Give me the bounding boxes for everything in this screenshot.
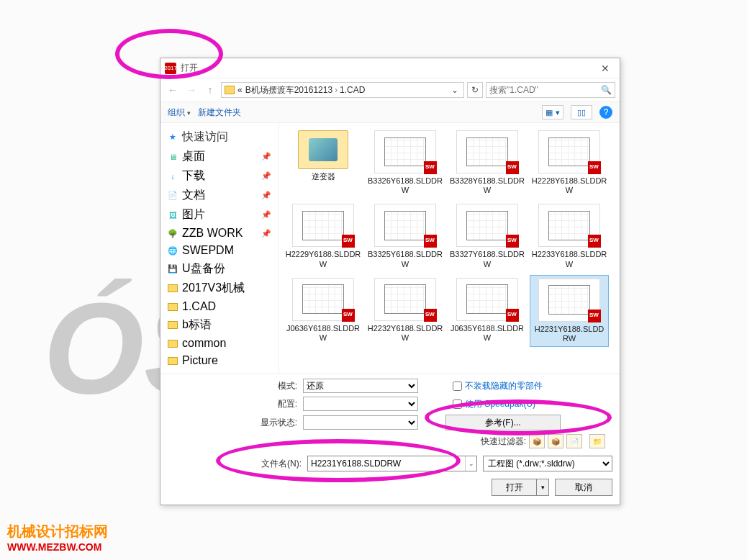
sidebar-item-label: 2017V3机械 — [182, 281, 245, 296]
drawing-thumbnail — [374, 130, 436, 173]
organize-button[interactable]: 组织 — [168, 107, 191, 119]
file-name-label: B3327Y6188.SLDDRW — [449, 250, 525, 268]
drawing-thumbnail — [456, 204, 518, 247]
dialog-title: 打开 — [181, 62, 595, 74]
file-name-label: H2232Y6188.SLDDRW — [367, 324, 443, 343]
sidebar-item[interactable]: 🖼图片📌 — [160, 205, 279, 225]
file-item[interactable]: B3327Y6188.SLDDRW — [448, 201, 527, 271]
sidebar-item[interactable]: 💾U盘备份 — [160, 259, 279, 279]
view-mode-button[interactable]: ▦ ▾ — [542, 105, 563, 119]
pic-icon: 🖼 — [168, 210, 178, 220]
pin-icon: 📌 — [261, 210, 271, 220]
refresh-button[interactable]: ↻ — [467, 82, 483, 98]
star-icon: ★ — [168, 132, 178, 143]
sidebar-item[interactable]: b标语 — [160, 315, 279, 335]
sidebar-item-label: 图片 — [182, 207, 205, 222]
pin-icon: 📌 — [261, 171, 271, 181]
sidebar-item[interactable]: 2017V3机械 — [160, 279, 279, 298]
file-item[interactable]: H2231Y6188.SLDDRW — [530, 275, 609, 347]
open-dialog: 2017 打开 ✕ ← → ↑ « B机场摆渡车20161213 › 1.CAD… — [160, 58, 620, 505]
state-select[interactable] — [303, 415, 418, 430]
toolbar: 组织 新建文件夹 ▦ ▾ ▯▯ ? — [160, 101, 620, 123]
sidebar-item[interactable]: 🖥桌面📌 — [160, 147, 279, 166]
file-item[interactable]: B3326Y6188.SLDDRW — [366, 127, 445, 198]
file-item[interactable]: H2228Y6188.SLDDRW — [530, 127, 609, 198]
filename-row: 文件名(N): ⌄ 工程图 (*.drw;*.slddrw) — [160, 451, 620, 476]
app-icon: 2017 — [165, 63, 176, 74]
sidebar-item[interactable]: common — [160, 335, 279, 352]
back-button[interactable]: ← — [165, 82, 181, 98]
filter-label: 快速过滤器: — [481, 435, 526, 448]
sidebar-item-label: Picture — [182, 354, 218, 367]
breadcrumb[interactable]: « B机场摆渡车20161213 › 1.CAD ⌄ — [221, 82, 464, 98]
file-item[interactable]: H2229Y6188.SLDDRW — [284, 201, 363, 271]
solidworks-badge-icon — [424, 309, 437, 322]
sidebar-item-label: ZZB WORK — [182, 227, 243, 240]
filter-top-icon[interactable]: 📁 — [589, 434, 605, 448]
sidebar-item[interactable]: Picture — [160, 352, 279, 369]
sidebar-item[interactable]: 📄文档📌 — [160, 186, 279, 205]
drawing-thumbnail — [292, 204, 354, 247]
file-item[interactable]: J0636Y6188.SLDDRW — [284, 275, 363, 347]
pin-icon: 📌 — [261, 229, 271, 238]
cancel-button[interactable]: 取消 — [555, 479, 612, 496]
sidebar: ★ 快速访问 🖥桌面📌↓下载📌📄文档📌🖼图片📌🌳ZZB WORK📌🌐SWEPDM… — [160, 123, 279, 374]
file-name-label: H2233Y6188.SLDDRW — [531, 250, 607, 268]
file-item[interactable]: H2232Y6188.SLDDRW — [366, 275, 445, 347]
solidworks-badge-icon — [588, 310, 601, 322]
chevron-down-icon[interactable]: ⌄ — [449, 85, 461, 95]
folder-icon — [168, 357, 178, 365]
open-button[interactable]: 打开▾ — [492, 479, 549, 496]
file-item[interactable]: 逆变器 — [284, 127, 363, 198]
sidebar-item[interactable]: 1.CAD — [160, 298, 279, 315]
pdm-icon: 🌐 — [168, 245, 178, 256]
filetype-select[interactable]: 工程图 (*.drw;*.slddrw) — [483, 456, 612, 471]
chevron-down-icon[interactable]: ⌄ — [465, 456, 476, 471]
preview-pane-button[interactable]: ▯▯ — [571, 105, 592, 119]
file-item[interactable]: H2233Y6188.SLDDRW — [530, 201, 609, 271]
close-icon[interactable]: ✕ — [595, 63, 615, 74]
search-icon[interactable]: 🔍 — [601, 85, 612, 95]
sidebar-item-label: 下载 — [182, 168, 205, 184]
search-input[interactable]: 🔍 — [486, 82, 615, 98]
state-label: 显示状态: — [254, 417, 297, 429]
sidebar-quick-access[interactable]: ★ 快速访问 — [160, 127, 279, 147]
filename-input[interactable]: ⌄ — [307, 456, 477, 471]
new-folder-button[interactable]: 新建文件夹 — [198, 107, 241, 119]
folder-icon — [168, 303, 178, 311]
drawing-thumbnail — [538, 279, 600, 322]
file-name-label: B3326Y6188.SLDDRW — [367, 176, 443, 195]
hidden-components-checkbox[interactable]: 不装载隐藏的零部件 — [453, 380, 543, 392]
config-select[interactable] — [303, 397, 418, 411]
file-item[interactable]: B3328Y6188.SLDDRW — [448, 127, 527, 198]
folder-icon — [225, 86, 235, 94]
filter-drw-icon[interactable]: 📄 — [566, 434, 582, 448]
watermark: 机械设计招标网 WWW.MEZBW.COM — [7, 522, 108, 553]
sidebar-item[interactable]: 🌳ZZB WORK📌 — [160, 225, 279, 242]
sidebar-item-label: b标语 — [182, 317, 212, 333]
usb-icon: 💾 — [168, 264, 178, 274]
navbar: ← → ↑ « B机场摆渡车20161213 › 1.CAD ⌄ ↻ 🔍 — [160, 78, 620, 101]
tree-icon: 🌳 — [168, 228, 178, 238]
pin-icon: 📌 — [261, 191, 271, 200]
sidebar-item[interactable]: 🌐SWEPDM — [160, 242, 279, 259]
filter-part-icon[interactable]: 📦 — [529, 434, 545, 448]
file-name-label: H2228Y6188.SLDDRW — [531, 176, 607, 195]
mode-select[interactable]: 还原 — [303, 379, 418, 393]
file-area[interactable]: 逆变器B3326Y6188.SLDDRWB3328Y6188.SLDDRWH22… — [279, 123, 620, 374]
file-name-label: H2231Y6188.SLDDRW — [532, 325, 607, 343]
sidebar-item[interactable]: ↓下载📌 — [160, 166, 279, 186]
folder-icon — [168, 321, 178, 329]
sidebar-item-label: common — [182, 337, 226, 350]
solidworks-badge-icon — [588, 161, 601, 174]
file-item[interactable]: J0635Y6188.SLDDRW — [448, 275, 527, 347]
file-item[interactable]: B3325Y6188.SLDDRW — [366, 201, 445, 271]
filter-asm-icon[interactable]: 📦 — [548, 434, 563, 448]
up-button[interactable]: ↑ — [202, 82, 218, 98]
references-button[interactable]: 参考(F)... — [445, 415, 561, 430]
drawing-thumbnail — [538, 204, 600, 247]
forward-button[interactable]: → — [184, 82, 199, 98]
sidebar-item-label: 文档 — [182, 188, 205, 203]
help-icon[interactable]: ? — [599, 106, 612, 119]
speedpak-checkbox[interactable]: 使用 Speedpak(U) — [453, 398, 535, 410]
